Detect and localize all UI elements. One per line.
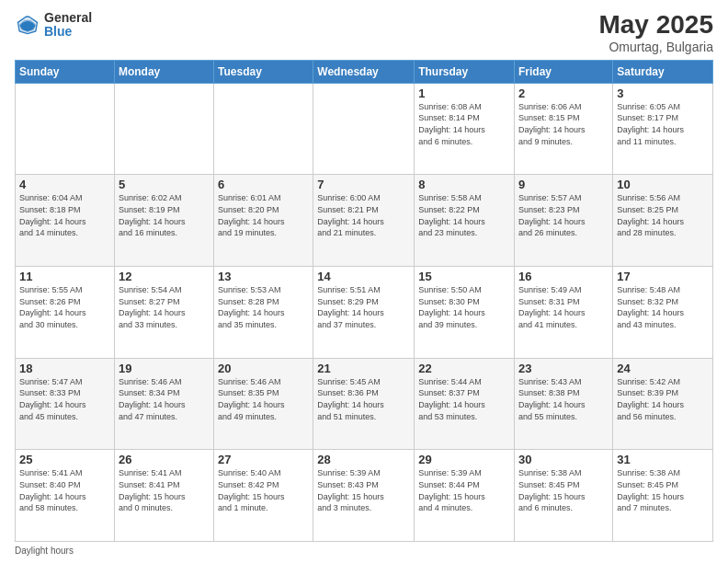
day-info: Sunrise: 5:51 AM Sunset: 8:29 PM Dayligh… xyxy=(317,284,410,330)
day-info: Sunrise: 5:41 AM Sunset: 8:41 PM Dayligh… xyxy=(119,467,210,513)
weekday-header: Sunday xyxy=(16,60,115,83)
calendar-cell: 22Sunrise: 5:44 AM Sunset: 8:37 PM Dayli… xyxy=(415,358,515,450)
day-info: Sunrise: 6:02 AM Sunset: 8:19 PM Dayligh… xyxy=(119,192,210,238)
day-number: 4 xyxy=(19,178,110,191)
calendar-week-row: 11Sunrise: 5:55 AM Sunset: 8:26 PM Dayli… xyxy=(16,267,713,359)
day-number: 23 xyxy=(518,362,609,375)
day-number: 17 xyxy=(617,270,709,283)
calendar-cell: 31Sunrise: 5:38 AM Sunset: 8:45 PM Dayli… xyxy=(613,450,713,542)
day-info: Sunrise: 5:44 AM Sunset: 8:37 PM Dayligh… xyxy=(418,376,510,422)
day-info: Sunrise: 5:58 AM Sunset: 8:22 PM Dayligh… xyxy=(418,192,510,238)
calendar-cell: 19Sunrise: 5:46 AM Sunset: 8:34 PM Dayli… xyxy=(114,358,213,450)
day-number: 18 xyxy=(19,362,110,375)
calendar-cell: 21Sunrise: 5:45 AM Sunset: 8:36 PM Dayli… xyxy=(313,358,415,450)
calendar-cell: 29Sunrise: 5:39 AM Sunset: 8:44 PM Dayli… xyxy=(415,450,515,542)
month-year: May 2025 xyxy=(598,11,713,40)
day-number: 24 xyxy=(617,362,709,375)
day-info: Sunrise: 6:06 AM Sunset: 8:15 PM Dayligh… xyxy=(518,101,609,147)
calendar-cell: 18Sunrise: 5:47 AM Sunset: 8:33 PM Dayli… xyxy=(16,358,115,450)
logo-icon xyxy=(15,12,40,38)
weekday-header: Thursday xyxy=(415,60,515,83)
calendar-cell: 15Sunrise: 5:50 AM Sunset: 8:30 PM Dayli… xyxy=(415,267,515,359)
day-info: Sunrise: 6:04 AM Sunset: 8:18 PM Dayligh… xyxy=(19,192,110,238)
calendar-cell: 12Sunrise: 5:54 AM Sunset: 8:27 PM Dayli… xyxy=(114,267,213,359)
day-info: Sunrise: 5:39 AM Sunset: 8:43 PM Dayligh… xyxy=(317,467,410,513)
day-info: Sunrise: 5:56 AM Sunset: 8:25 PM Dayligh… xyxy=(617,192,709,238)
day-info: Sunrise: 5:38 AM Sunset: 8:45 PM Dayligh… xyxy=(617,467,709,513)
day-info: Sunrise: 5:43 AM Sunset: 8:38 PM Dayligh… xyxy=(518,376,609,422)
day-number: 2 xyxy=(518,86,609,100)
logo-text: General Blue xyxy=(44,11,92,40)
calendar-cell: 14Sunrise: 5:51 AM Sunset: 8:29 PM Dayli… xyxy=(313,267,415,359)
day-info: Sunrise: 5:46 AM Sunset: 8:34 PM Dayligh… xyxy=(119,376,210,422)
day-info: Sunrise: 5:50 AM Sunset: 8:30 PM Dayligh… xyxy=(418,284,510,330)
header: General Blue May 2025 Omurtag, Bulgaria xyxy=(15,11,713,54)
calendar-cell: 30Sunrise: 5:38 AM Sunset: 8:45 PM Dayli… xyxy=(515,450,613,542)
day-info: Sunrise: 5:46 AM Sunset: 8:35 PM Dayligh… xyxy=(218,376,309,422)
day-number: 8 xyxy=(418,178,510,191)
day-number: 13 xyxy=(218,270,309,283)
calendar-cell: 4Sunrise: 6:04 AM Sunset: 8:18 PM Daylig… xyxy=(16,175,115,267)
day-info: Sunrise: 5:41 AM Sunset: 8:40 PM Dayligh… xyxy=(19,467,110,513)
calendar-cell: 1Sunrise: 6:08 AM Sunset: 8:14 PM Daylig… xyxy=(415,83,515,175)
calendar-cell xyxy=(214,83,313,175)
calendar-cell: 9Sunrise: 5:57 AM Sunset: 8:23 PM Daylig… xyxy=(515,175,613,267)
weekday-header: Saturday xyxy=(613,60,713,83)
day-number: 26 xyxy=(119,453,210,466)
footer: Daylight hours xyxy=(15,546,713,556)
day-number: 11 xyxy=(19,270,110,283)
calendar-cell: 24Sunrise: 5:42 AM Sunset: 8:39 PM Dayli… xyxy=(613,358,713,450)
day-number: 19 xyxy=(119,362,210,375)
day-info: Sunrise: 5:42 AM Sunset: 8:39 PM Dayligh… xyxy=(617,376,709,422)
day-number: 21 xyxy=(317,362,410,375)
day-number: 6 xyxy=(218,178,309,191)
weekday-header: Wednesday xyxy=(313,60,415,83)
day-number: 14 xyxy=(317,270,410,283)
day-info: Sunrise: 5:54 AM Sunset: 8:27 PM Dayligh… xyxy=(119,284,210,330)
day-number: 3 xyxy=(617,86,709,100)
day-info: Sunrise: 6:08 AM Sunset: 8:14 PM Dayligh… xyxy=(418,101,510,147)
day-number: 22 xyxy=(418,362,510,375)
calendar-cell: 7Sunrise: 6:00 AM Sunset: 8:21 PM Daylig… xyxy=(313,175,415,267)
weekday-header: Tuesday xyxy=(214,60,313,83)
calendar-cell: 28Sunrise: 5:39 AM Sunset: 8:43 PM Dayli… xyxy=(313,450,415,542)
calendar-cell: 3Sunrise: 6:05 AM Sunset: 8:17 PM Daylig… xyxy=(613,83,713,175)
day-info: Sunrise: 5:40 AM Sunset: 8:42 PM Dayligh… xyxy=(218,467,309,513)
title-block: May 2025 Omurtag, Bulgaria xyxy=(598,11,713,54)
calendar-cell: 2Sunrise: 6:06 AM Sunset: 8:15 PM Daylig… xyxy=(515,83,613,175)
calendar-cell: 23Sunrise: 5:43 AM Sunset: 8:38 PM Dayli… xyxy=(515,358,613,450)
weekday-header: Monday xyxy=(114,60,213,83)
day-info: Sunrise: 5:55 AM Sunset: 8:26 PM Dayligh… xyxy=(19,284,110,330)
day-info: Sunrise: 5:47 AM Sunset: 8:33 PM Dayligh… xyxy=(19,376,110,422)
weekday-header-row: SundayMondayTuesdayWednesdayThursdayFrid… xyxy=(16,60,713,83)
calendar-week-row: 18Sunrise: 5:47 AM Sunset: 8:33 PM Dayli… xyxy=(16,358,713,450)
day-info: Sunrise: 5:57 AM Sunset: 8:23 PM Dayligh… xyxy=(518,192,609,238)
day-number: 27 xyxy=(218,453,309,466)
day-number: 29 xyxy=(418,453,510,466)
day-number: 7 xyxy=(317,178,410,191)
calendar-cell: 27Sunrise: 5:40 AM Sunset: 8:42 PM Dayli… xyxy=(214,450,313,542)
day-number: 10 xyxy=(617,178,709,191)
day-info: Sunrise: 5:49 AM Sunset: 8:31 PM Dayligh… xyxy=(518,284,609,330)
calendar-week-row: 25Sunrise: 5:41 AM Sunset: 8:40 PM Dayli… xyxy=(16,450,713,542)
day-info: Sunrise: 6:00 AM Sunset: 8:21 PM Dayligh… xyxy=(317,192,410,238)
calendar-cell: 10Sunrise: 5:56 AM Sunset: 8:25 PM Dayli… xyxy=(613,175,713,267)
calendar-table: SundayMondayTuesdayWednesdayThursdayFrid… xyxy=(15,60,713,542)
calendar-cell: 20Sunrise: 5:46 AM Sunset: 8:35 PM Dayli… xyxy=(214,358,313,450)
day-info: Sunrise: 6:01 AM Sunset: 8:20 PM Dayligh… xyxy=(218,192,309,238)
calendar-cell xyxy=(313,83,415,175)
calendar-cell: 16Sunrise: 5:49 AM Sunset: 8:31 PM Dayli… xyxy=(515,267,613,359)
day-number: 28 xyxy=(317,453,410,466)
page: General Blue May 2025 Omurtag, Bulgaria … xyxy=(0,0,728,563)
calendar-cell: 13Sunrise: 5:53 AM Sunset: 8:28 PM Dayli… xyxy=(214,267,313,359)
logo-general: General xyxy=(44,11,92,25)
day-number: 15 xyxy=(418,270,510,283)
day-number: 9 xyxy=(518,178,609,191)
weekday-header: Friday xyxy=(515,60,613,83)
day-number: 31 xyxy=(617,453,709,466)
day-info: Sunrise: 5:38 AM Sunset: 8:45 PM Dayligh… xyxy=(518,467,609,513)
day-number: 12 xyxy=(119,270,210,283)
day-info: Sunrise: 5:53 AM Sunset: 8:28 PM Dayligh… xyxy=(218,284,309,330)
day-number: 25 xyxy=(19,453,110,466)
day-info: Sunrise: 5:48 AM Sunset: 8:32 PM Dayligh… xyxy=(617,284,709,330)
